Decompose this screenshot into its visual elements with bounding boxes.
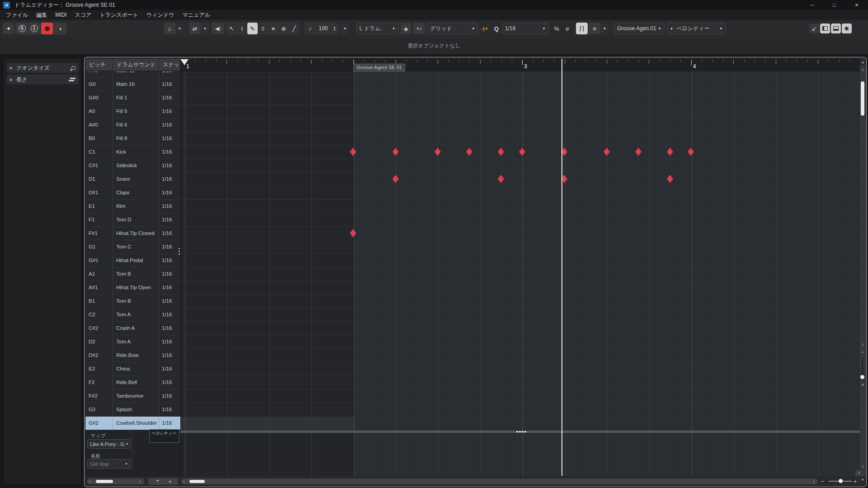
autoscroll-button[interactable]: ⌂: [164, 23, 175, 34]
column-header-pitch[interactable]: ピッチ: [85, 59, 113, 70]
vzoom-in-button[interactable]: +: [860, 382, 865, 387]
map-name-select[interactable]: GM Map▼: [87, 459, 131, 469]
menu-item-1[interactable]: 編集: [32, 10, 51, 20]
quantize-preset-dropdown[interactable]: 1/16▼: [502, 23, 549, 34]
drum-row-A1[interactable]: A1Tom B1/16: [85, 267, 180, 281]
vscroll-thumb[interactable]: [861, 81, 864, 116]
hzoom-slider-knob[interactable]: [839, 479, 843, 483]
grid-scroll-right-icon[interactable]: ›: [813, 478, 815, 484]
controller-lane-label[interactable]: ベロシティー: [149, 429, 179, 443]
drum-row-G#1[interactable]: G#1Hihat.Pedal1/16: [85, 254, 180, 267]
drum-row-F#2[interactable]: F#2Tambourine1/16: [85, 389, 180, 403]
add-controller-lane-button[interactable]: +: [156, 478, 160, 484]
current-part-button[interactable]: 1: [28, 23, 40, 34]
menu-item-6[interactable]: マニュアル: [178, 10, 214, 20]
minimize-button[interactable]: ─: [804, 0, 821, 10]
hzoom-out-button[interactable]: −: [821, 478, 825, 485]
velocity-spinner[interactable]: ▴▾: [331, 23, 338, 34]
list-scroll-right-icon[interactable]: ›: [139, 478, 141, 484]
vzoom-slider-knob[interactable]: [860, 375, 864, 379]
menu-item-3[interactable]: スコア: [71, 10, 95, 20]
drum-row-C#1[interactable]: C#1Sidestick1/16: [85, 159, 180, 173]
drum-row-D#2[interactable]: D#2Ride.Bow1/16: [85, 349, 180, 362]
controller-lane[interactable]: [180, 433, 860, 476]
list-hscroll-thumb[interactable]: [96, 480, 113, 483]
drum-row-F2[interactable]: F2Ride.Bell1/16: [85, 376, 180, 389]
line-tool[interactable]: ╱: [289, 23, 299, 34]
length-quantize-dropdown[interactable]: L ドラム. ▼: [356, 23, 399, 34]
solo-button[interactable]: S: [16, 23, 28, 34]
cursor-marker-icon[interactable]: [180, 59, 189, 65]
drum-row-A0[interactable]: A0Fill 51/16: [85, 105, 180, 118]
note-grid[interactable]: [180, 71, 860, 431]
menu-item-2[interactable]: MIDI: [51, 10, 71, 20]
drum-row-D1[interactable]: D1Snare1/16: [85, 173, 180, 186]
drum-row-B0[interactable]: B0Fill 81/16: [85, 132, 180, 145]
menu-item-4[interactable]: トランスポート: [95, 10, 142, 20]
drum-row-G2[interactable]: G2Splash1/16: [85, 403, 180, 417]
drum-row-E2[interactable]: E2China1/16: [85, 362, 180, 376]
insert-velocity-dropdown[interactable]: ▼: [341, 23, 349, 34]
lane-presets-dropdown[interactable]: ▼: [168, 479, 172, 485]
hzoom-in-button[interactable]: +: [854, 478, 857, 485]
drumstick-tool[interactable]: ✎: [247, 23, 258, 34]
snap-offset-icon[interactable]: -|+: [479, 23, 490, 34]
drum-row-G1[interactable]: G1Tom C1/16: [85, 240, 180, 254]
insert-mode-dropdown[interactable]: ▼: [201, 23, 209, 34]
drum-row-E1[interactable]: E1Rim1/16: [85, 200, 180, 213]
part-editing-mode-button[interactable]: ⌈⌉: [576, 23, 588, 34]
mute-tool[interactable]: ×: [268, 23, 278, 34]
add-lane-plus-icon[interactable]: +: [860, 477, 865, 482]
vzoom-out-button[interactable]: −: [860, 350, 865, 355]
controller-lane-dropdown[interactable]: ◐ ベロシティー▼: [667, 23, 726, 34]
drum-row-C1[interactable]: C1Kick1/16: [85, 145, 180, 159]
drum-row-A#0[interactable]: A#0Fill 61/16: [85, 118, 180, 132]
record-in-editor-button[interactable]: [41, 23, 53, 34]
main-hscroll-thumb[interactable]: [189, 480, 205, 483]
range-selection-tool[interactable]: Ⅰ: [237, 23, 247, 34]
object-selection-tool[interactable]: ↖: [226, 23, 237, 34]
insert-velocity-value[interactable]: 100: [316, 23, 331, 34]
show-left-zone-toggle[interactable]: [820, 23, 830, 33]
drum-map-dropdown[interactable]: Groove Agen.01▼: [614, 23, 665, 34]
iterative-quantize-icon[interactable]: %: [552, 23, 561, 34]
drum-row-D#1[interactable]: D#1Claps1/16: [85, 186, 180, 200]
scroll-up-icon[interactable]: ∧: [860, 68, 865, 72]
drum-row-C#2[interactable]: C#2Crash A1/16: [85, 322, 180, 335]
list-scroll-left-icon[interactable]: ‹: [89, 478, 91, 484]
drum-row-C2[interactable]: C2Tom A1/16: [85, 308, 180, 322]
step-input-icon[interactable]: ×♪: [413, 23, 425, 34]
grid-scroll-left-icon[interactable]: ‹: [183, 478, 185, 484]
drum-row-F1[interactable]: F1Tom D1/16: [85, 213, 180, 227]
drum-row-G#0[interactable]: G#0Fill 11/16: [85, 91, 180, 105]
grid-type-dropdown[interactable]: グリッド▼: [427, 23, 478, 34]
pin-icon[interactable]: ✦: [3, 23, 14, 34]
column-header-drumsound[interactable]: ドラムサウンド: [113, 59, 159, 70]
column-header-snap[interactable]: スナップ: [159, 59, 180, 70]
close-button[interactable]: ×: [848, 0, 865, 10]
list-grid-splitter-handle[interactable]: [179, 248, 180, 257]
drum-map-select[interactable]: Like A Pony - G.▼: [87, 439, 131, 449]
quantize-panel-icon[interactable]: e: [562, 23, 572, 34]
insert-mode-button[interactable]: ⇄: [189, 23, 201, 34]
drum-row-A#1[interactable]: A#1Hihat.Tip Open1/16: [85, 281, 180, 295]
scroll-down-icon[interactable]: ∨: [860, 343, 865, 347]
timeline-ruler[interactable]: 1234: [180, 59, 860, 71]
setup-toolbar-gear-icon[interactable]: ✱: [842, 23, 852, 33]
menu-item-0[interactable]: ファイル: [2, 10, 32, 20]
open-in-lower-zone-icon[interactable]: ↙: [809, 23, 819, 33]
acoustic-feedback-button[interactable]: ◑: [54, 23, 66, 34]
project-cursor[interactable]: [561, 59, 562, 476]
main-hscroll-track[interactable]: [181, 479, 818, 484]
length-section[interactable]: ▶ 長さ: [7, 75, 79, 84]
audition-icon[interactable]: ◀): [212, 23, 224, 34]
zoom-tool[interactable]: ⊕: [278, 23, 289, 34]
drum-row-F#0[interactable]: F#0Main 151/16: [85, 71, 180, 78]
drum-row-G#2[interactable]: G#2Cowbell.Shoulder1/16: [85, 417, 180, 430]
show-lower-zone-toggle[interactable]: [831, 23, 841, 33]
ctrl-scroll-down-icon[interactable]: ∨: [860, 465, 865, 469]
drum-row-D2[interactable]: D2Tom A1/16: [85, 335, 180, 349]
ruler-options-dropdown[interactable]: ▼: [860, 59, 866, 66]
drum-row-G0[interactable]: G0Main 161/16: [85, 78, 180, 91]
part-list-dropdown[interactable]: ▼: [601, 23, 609, 34]
